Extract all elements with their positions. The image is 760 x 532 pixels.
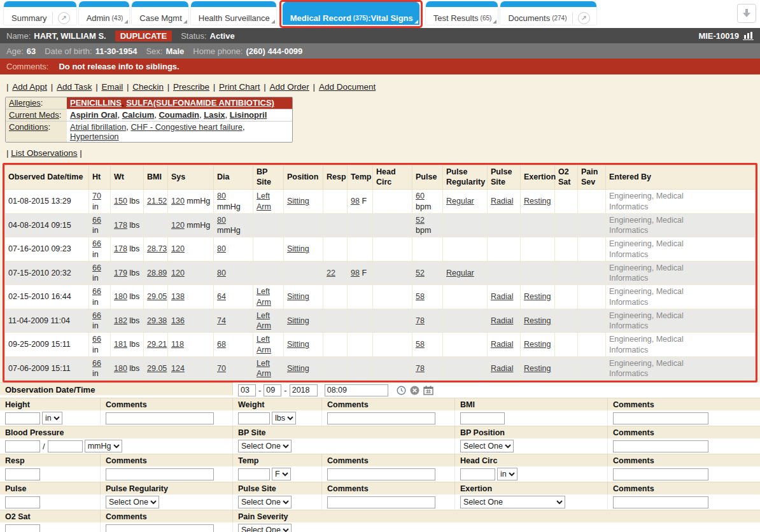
clock-icon[interactable] bbox=[397, 386, 406, 395]
link-lisinopril[interactable]: Lisinopril bbox=[230, 110, 267, 120]
observation-value-link[interactable]: 66 bbox=[92, 287, 101, 296]
observation-value-link[interactable]: Resting bbox=[524, 292, 551, 301]
observation-value-link[interactable]: 70 bbox=[217, 364, 226, 373]
observation-value-link[interactable]: 66 bbox=[92, 311, 101, 320]
observation-value-link[interactable]: 78 bbox=[416, 364, 425, 373]
pulse-input[interactable] bbox=[5, 496, 40, 508]
temp-unit-select[interactable]: F bbox=[272, 468, 291, 480]
observation-value-link[interactable]: 52 bbox=[416, 216, 425, 225]
observation-value-link[interactable]: 78 bbox=[416, 316, 425, 325]
observation-value-link[interactable]: Resting bbox=[524, 364, 551, 373]
observation-value-link[interactable]: Left Arm bbox=[257, 359, 271, 378]
observation-value-link[interactable]: Left Arm bbox=[257, 192, 271, 211]
pulse-site-select[interactable]: Select One bbox=[238, 496, 292, 508]
observation-value-link[interactable]: 179 bbox=[114, 269, 127, 277]
link-sulfa-sulfonamide-antibiotics-[interactable]: SULFA(SULFONAMIDE ANTIBIOTICS) bbox=[126, 98, 274, 108]
exertion-select[interactable]: Select One bbox=[460, 496, 565, 508]
observation-value-link[interactable]: 66 bbox=[92, 263, 101, 272]
quick-link-add-document[interactable]: Add Document bbox=[319, 82, 376, 92]
pain-severity-select[interactable]: Select One bbox=[238, 524, 292, 532]
observation-value-link[interactable]: 150 bbox=[114, 197, 127, 206]
chart-icon[interactable] bbox=[743, 31, 754, 40]
observation-value-link[interactable]: 66 bbox=[92, 359, 101, 368]
o2-sat-comments-input[interactable] bbox=[106, 524, 214, 532]
observation-value-link[interactable]: Radial bbox=[491, 340, 513, 349]
observation-value-link[interactable]: Resting bbox=[524, 197, 551, 206]
temp-input[interactable] bbox=[238, 468, 270, 480]
current-meds-label-link[interactable]: Current Meds bbox=[9, 110, 59, 120]
bp-systolic-input[interactable] bbox=[5, 440, 40, 452]
height-comments-input[interactable] bbox=[106, 412, 214, 424]
observation-value-link[interactable]: 98 bbox=[351, 269, 360, 277]
tab-admin[interactable]: Admin (43) bbox=[79, 1, 130, 25]
quick-link-print-chart[interactable]: Print Chart bbox=[219, 82, 260, 92]
observation-value-link[interactable]: Sitting bbox=[287, 244, 309, 253]
observation-value-link[interactable]: 118 bbox=[171, 340, 184, 349]
observation-value-link[interactable]: 58 bbox=[416, 340, 425, 349]
observation-value-link[interactable]: 66 bbox=[92, 239, 101, 248]
observation-value-link[interactable]: 80 bbox=[217, 192, 226, 200]
link-atrial-fibrillation[interactable]: Atrial fibrillation bbox=[70, 122, 126, 132]
tab-case-mgmt[interactable]: Case Mgmt bbox=[132, 1, 188, 25]
conditions-label-link[interactable]: Conditions bbox=[9, 122, 48, 132]
bp-comments-input[interactable] bbox=[613, 440, 708, 452]
observation-value-link[interactable]: 120 bbox=[171, 197, 185, 206]
observation-value-link[interactable]: 66 bbox=[92, 216, 101, 225]
observation-value-link[interactable]: 80 bbox=[217, 244, 226, 253]
observation-value-link[interactable]: Radial bbox=[491, 292, 513, 301]
observation-value-link[interactable]: Sitting bbox=[287, 340, 309, 349]
observation-value-link[interactable]: 120 bbox=[171, 244, 185, 253]
observation-value-link[interactable]: 180 bbox=[114, 292, 127, 301]
observation-value-link[interactable]: 120 bbox=[171, 269, 185, 277]
bp-unit-select[interactable]: mmHg bbox=[85, 440, 122, 452]
observation-value-link[interactable]: 80 bbox=[217, 269, 226, 277]
duplicate-badge[interactable]: DUPLICATE bbox=[115, 31, 172, 41]
observation-value-link[interactable]: 124 bbox=[171, 364, 185, 373]
link-hypertension[interactable]: Hypertension bbox=[70, 132, 119, 141]
bp-position-select[interactable]: Select One bbox=[460, 440, 514, 452]
download-button[interactable] bbox=[737, 4, 756, 23]
tab-medical-record-vital-signs[interactable]: Medical Record (375) :Vital Signs bbox=[283, 2, 419, 25]
link-aspirin-oral[interactable]: Aspirin Oral bbox=[70, 110, 117, 120]
observation-value-link[interactable]: 29.05 bbox=[147, 292, 167, 301]
observation-value-link[interactable]: 98 bbox=[351, 197, 360, 206]
link-lasix[interactable]: Lasix bbox=[204, 110, 225, 120]
obs-time-input[interactable] bbox=[325, 384, 388, 396]
observation-value-link[interactable]: 60 bbox=[416, 192, 425, 200]
observation-value-link[interactable]: Left Arm bbox=[257, 311, 271, 330]
tab-health-surveillance[interactable]: Health Surveillance bbox=[191, 1, 276, 25]
link-calcium[interactable]: Calcium bbox=[122, 110, 155, 120]
link-penicillins[interactable]: PENICILLINS bbox=[70, 98, 122, 108]
open-chart-icon[interactable]: ↗ bbox=[52, 12, 70, 24]
observation-value-link[interactable]: Sitting bbox=[287, 292, 309, 301]
observation-value-link[interactable]: 181 bbox=[114, 340, 127, 349]
observation-value-link[interactable]: 182 bbox=[114, 316, 127, 325]
weight-unit-select[interactable]: lbs bbox=[272, 412, 296, 424]
observation-value-link[interactable]: 21.52 bbox=[147, 197, 167, 206]
list-observations-link[interactable]: List Observations bbox=[11, 148, 77, 158]
resp-input[interactable] bbox=[5, 468, 40, 480]
observation-value-link[interactable]: 28.89 bbox=[147, 269, 167, 277]
observation-value-link[interactable]: Sitting bbox=[287, 364, 309, 373]
observation-value-link[interactable]: Left Arm bbox=[257, 287, 271, 306]
observation-value-link[interactable]: 29.05 bbox=[147, 364, 167, 373]
allergies-label-link[interactable]: Allergies bbox=[9, 98, 41, 108]
head-circ-comments-input[interactable] bbox=[613, 468, 708, 480]
quick-link-add-appt[interactable]: Add Appt bbox=[12, 82, 47, 92]
observation-value-link[interactable]: 58 bbox=[416, 292, 425, 301]
observation-value-link[interactable]: Radial bbox=[491, 316, 513, 325]
quick-link-add-task[interactable]: Add Task bbox=[57, 82, 92, 92]
head-circ-unit-select[interactable]: in bbox=[497, 468, 517, 480]
observation-value-link[interactable]: 66 bbox=[92, 335, 101, 344]
observation-value-link[interactable]: Regular bbox=[446, 197, 474, 206]
observation-value-link[interactable]: 74 bbox=[217, 316, 226, 325]
obs-month-input[interactable] bbox=[238, 384, 256, 396]
observation-value-link[interactable]: 64 bbox=[217, 292, 226, 301]
tab-summary[interactable]: Summary ↗ bbox=[4, 1, 76, 25]
obs-year-input[interactable] bbox=[290, 384, 318, 396]
observation-value-link[interactable]: Resting bbox=[524, 316, 551, 325]
temp-comments-input[interactable] bbox=[327, 468, 435, 480]
calendar-icon[interactable] bbox=[423, 386, 433, 395]
resp-comments-input[interactable] bbox=[106, 468, 214, 480]
quick-link-add-order[interactable]: Add Order bbox=[270, 82, 309, 92]
